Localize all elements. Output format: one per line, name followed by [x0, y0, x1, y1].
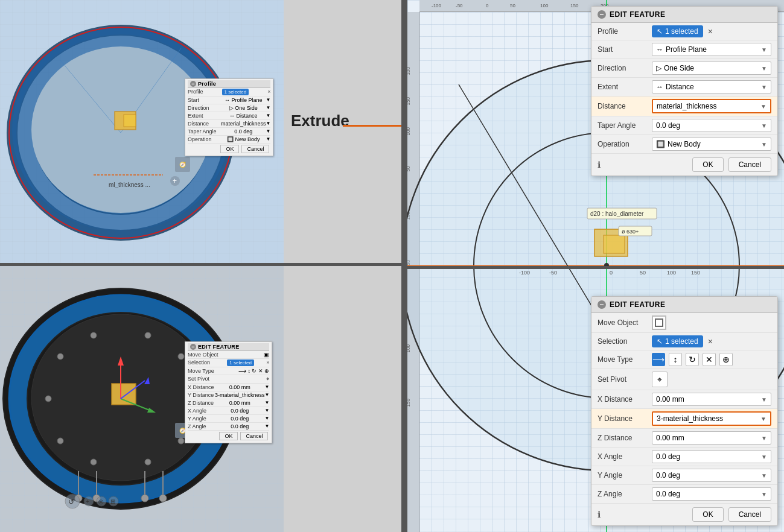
move-object-label: Move Object [598, 318, 652, 327]
start-dropdown[interactable]: ↔ Profile Plane ▼ [652, 43, 771, 56]
direction-dropdown[interactable]: ▷ One Side ▼ [652, 62, 771, 75]
z-distance-text: 0.00 mm [656, 434, 684, 442]
taper-angle-row: Taper Angle 0.0 deg ▼ [591, 116, 777, 135]
x-angle-dropdown[interactable]: 0.0 deg ▼ [652, 450, 771, 463]
top-panel-cancel-btn[interactable]: Cancel [728, 157, 771, 172]
x-distance-text: 0.00 mm [656, 395, 684, 404]
x-angle-text: 0.0 deg [656, 452, 680, 461]
taper-angle-text: 0.0 deg [656, 121, 680, 130]
top-panel-ok-btn[interactable]: OK [692, 157, 723, 172]
selection-row: Selection ↖ 1 selected × [591, 333, 777, 350]
svg-point-49 [91, 459, 97, 465]
direction-dropdown-arrow: ▼ [761, 65, 767, 72]
svg-text:50: 50 [640, 270, 646, 276]
svg-text:ml_thickness ...: ml_thickness ... [109, 182, 150, 188]
svg-rect-52 [112, 384, 136, 405]
z-angle-dropdown[interactable]: 0.0 deg ▼ [652, 487, 771, 501]
extent-value: ↔ Distance ▼ [652, 80, 771, 93]
extrude-label: Extrude [291, 112, 349, 130]
y-angle-value: 0.0 deg ▼ [652, 469, 771, 482]
move-object-row: Move Object [591, 313, 777, 333]
distance-label: Distance [598, 102, 652, 110]
bottom-left-panel: 🧭 ↺ + ◎ ⊞ − EDIT FEATURE Move Object▣ Se… [0, 266, 404, 532]
profile-label: Profile [598, 27, 652, 36]
mini-ok-btn-top[interactable]: OK [220, 145, 239, 153]
profile-selected-btn[interactable]: ↖ 1 selected [652, 25, 703, 37]
distance-dropdown[interactable]: material_thickness ▼ [652, 99, 771, 113]
move-type-rotate-icon[interactable]: ↻ [686, 353, 699, 366]
y-angle-text: 0.0 deg [656, 471, 680, 480]
taper-angle-arrow: ▼ [761, 122, 767, 129]
extrude-arrow [343, 121, 404, 130]
svg-point-51 [145, 459, 151, 465]
profile-value: ↖ 1 selected × [652, 25, 771, 37]
z-distance-dropdown[interactable]: 0.00 mm ▼ [652, 431, 771, 445]
svg-point-50 [145, 332, 151, 338]
z-distance-row: Z Distance 0.00 mm ▼ [591, 429, 777, 448]
start-dropdown-text: Profile Plane [666, 45, 707, 54]
set-pivot-row: Set Pivot ⌖ [591, 369, 777, 390]
svg-text:🧭: 🧭 [179, 161, 186, 168]
mini-ok-btn-bottom[interactable]: OK [219, 432, 238, 440]
y-angle-dropdown[interactable]: 0.0 deg ▼ [652, 469, 771, 482]
svg-text:◎: ◎ [98, 498, 104, 505]
svg-point-43 [45, 396, 51, 402]
taper-angle-value: 0.0 deg ▼ [652, 119, 771, 132]
x-angle-row: X Angle 0.0 deg ▼ [591, 448, 777, 466]
z-distance-value: 0.00 mm ▼ [652, 431, 771, 445]
move-type-label: Move Type [598, 355, 652, 364]
distance-row: Distance material_thickness ▼ [591, 97, 777, 116]
bottom-panel-ok-btn[interactable]: OK [692, 507, 723, 522]
move-type-icons: ⟶ ↕ ↻ ✕ ⊕ [652, 353, 733, 366]
bottom-right-panel: − EDIT FEATURE Move Object Selection ↖ 1… [591, 296, 778, 526]
move-type-translate-icon[interactable]: ⟶ [652, 353, 665, 366]
operation-arrow: ▼ [761, 141, 767, 148]
move-type-pivot-icon[interactable]: ⊕ [719, 353, 733, 366]
move-type-scale-icon[interactable]: ✕ [703, 353, 716, 366]
selection-clear-btn[interactable]: × [706, 337, 715, 346]
bottom-panel-cancel-btn[interactable]: Cancel [728, 507, 771, 522]
svg-point-44 [57, 438, 63, 444]
mini-cancel-btn-top[interactable]: Cancel [241, 145, 269, 153]
top-right-panel: − EDIT FEATURE Profile ↖ 1 selected × St… [591, 6, 778, 176]
y-distance-row: Y Distance 3-material_thickness ▼ [591, 409, 777, 429]
move-type-value: ⟶ ↕ ↻ ✕ ⊕ [652, 353, 771, 366]
top-panel-info-icon[interactable]: ℹ [598, 160, 601, 169]
move-object-icon[interactable] [652, 315, 666, 330]
operation-value: 🔲 New Body ▼ [652, 138, 771, 151]
operation-icon: 🔲 [656, 140, 665, 148]
center-divider [407, 266, 784, 269]
svg-point-45 [178, 353, 184, 359]
bottom-panel-header: − EDIT FEATURE [591, 297, 777, 313]
extent-dropdown[interactable]: ↔ Distance ▼ [652, 80, 771, 93]
svg-point-64 [141, 495, 148, 502]
move-type-free-icon[interactable]: ↕ [669, 353, 682, 366]
taper-angle-dropdown[interactable]: 0.0 deg ▼ [652, 119, 771, 132]
top-panel-collapse-icon[interactable]: − [598, 10, 606, 19]
operation-dropdown[interactable]: 🔲 New Body ▼ [652, 138, 771, 151]
extent-icon: ↔ [656, 83, 663, 91]
extent-label: Extent [598, 83, 652, 91]
start-row: Start ↔ Profile Plane ▼ [591, 40, 777, 59]
y-distance-dropdown[interactable]: 3-material_thickness ▼ [652, 411, 771, 426]
mini-cancel-btn-bottom[interactable]: Cancel [240, 432, 268, 440]
svg-text:⊞: ⊞ [110, 498, 115, 505]
svg-rect-11 [124, 115, 136, 127]
y-distance-label: Y Distance [598, 414, 652, 423]
svg-text:ø 630+: ø 630+ [622, 229, 639, 235]
top-left-panel: ml_thickness ... 🧭 + − Profile Profile 1… [0, 0, 404, 266]
bottom-panel-title: EDIT FEATURE [610, 300, 665, 309]
bottom-panel-info-icon[interactable]: ℹ [598, 510, 601, 519]
move-type-row: Move Type ⟶ ↕ ↻ ✕ ⊕ [591, 350, 777, 369]
cursor-icon: ↖ [657, 27, 663, 36]
bottom-panel-collapse-icon[interactable]: − [598, 300, 606, 309]
selection-selected-text: 1 selected [665, 337, 698, 346]
selection-selected-btn[interactable]: ↖ 1 selected [652, 335, 703, 347]
set-pivot-icon[interactable]: ⌖ [652, 372, 668, 387]
profile-clear-btn[interactable]: × [706, 27, 715, 36]
z-distance-arrow: ▼ [761, 435, 767, 442]
x-distance-value: 0.00 mm ▼ [652, 393, 771, 406]
x-distance-dropdown[interactable]: 0.00 mm ▼ [652, 393, 771, 406]
start-value: ↔ Profile Plane ▼ [652, 43, 771, 56]
extent-row: Extent ↔ Distance ▼ [591, 78, 777, 97]
